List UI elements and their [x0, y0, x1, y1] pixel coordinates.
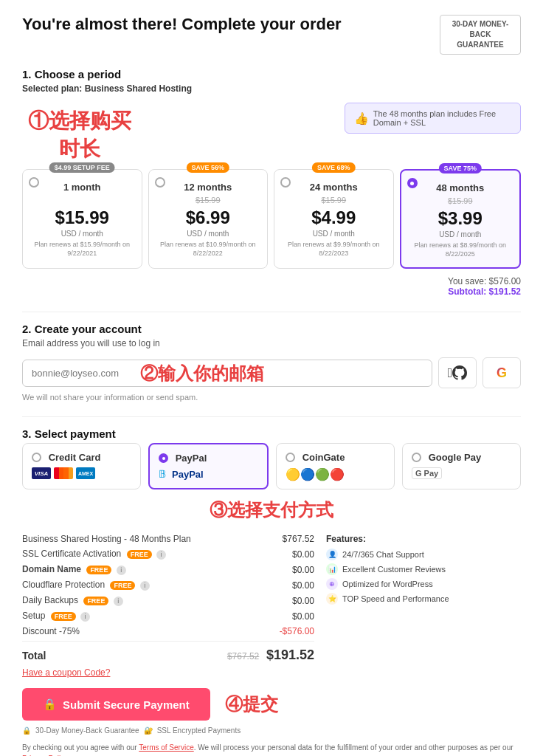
item-value-4: $0.00: [292, 596, 314, 606]
google-icon: G: [497, 365, 507, 381]
plan-price-4: $3.99: [407, 208, 514, 229]
paypal-logo: PayPal: [172, 469, 204, 480]
plan-unit-1: USD / month: [29, 230, 136, 238]
plan-original-4: $15.99: [407, 196, 514, 207]
item-value-5: $0.00: [292, 611, 314, 622]
payment-options: Credit Card VISA AMEX PayPal 𝔹 PayPal: [22, 443, 521, 489]
feature-3: ⭐ TOP Speed and Performance: [326, 593, 521, 605]
plan-original-3: $15.99: [280, 196, 387, 206]
order-row-6: Discount -75% -$576.00: [22, 626, 314, 636]
coingate-label: CoinGate: [302, 452, 345, 463]
plan-radio-3[interactable]: [280, 177, 291, 188]
plan-unit-4: USD / month: [407, 230, 514, 238]
cc-radio: [32, 453, 41, 462]
plan-radio-1[interactable]: [29, 177, 39, 188]
info-1: i: [156, 550, 166, 560]
feature-1: 📊 Excellent Customer Reviews: [326, 563, 521, 575]
plan-12-months[interactable]: SAVE 56% 12 months $15.99 $6.99 USD / mo…: [148, 169, 269, 269]
order-row-1: SSL Certificate Activation FREE i $0.00: [22, 549, 314, 560]
plan-48-months[interactable]: SAVE 75% 48 months $15.99 $3.99 USD / mo…: [400, 169, 522, 269]
order-row-4: Daily Backups FREE i $0.00: [22, 595, 314, 606]
order-row-2: Domain Name FREE i $0.00: [22, 564, 314, 575]
feature-0: 👤 24/7/365 Chat Support: [326, 549, 521, 560]
paypal-radio: [159, 453, 168, 463]
payment-credit-card[interactable]: Credit Card VISA AMEX: [22, 443, 141, 489]
free-badge-2: FREE: [86, 566, 111, 574]
github-svg-icon: [452, 365, 467, 380]
feature-2: ⊕ Optimized for WordPress: [326, 578, 521, 590]
plan-unit-3: USD / month: [280, 230, 387, 238]
cc-icons: VISA AMEX: [32, 467, 131, 479]
plan-price-1: $15.99: [29, 207, 136, 228]
github-icon: : [448, 365, 453, 381]
pay-annotation: ③选择支付方式: [22, 498, 521, 522]
page-header: You're almost there! Complete your order…: [22, 15, 521, 55]
ssl-icon: 🔐: [144, 726, 153, 735]
paypal-label: PayPal: [176, 453, 207, 464]
total-value: $191.52: [266, 647, 314, 662]
email-input[interactable]: [22, 360, 432, 387]
plans-row: $4.99 SETUP FEE 1 month $15.99 USD / mon…: [22, 169, 521, 269]
coupon-link[interactable]: Have a coupon Code?: [22, 667, 314, 678]
page-title: You're almost there! Complete your order: [22, 15, 342, 34]
plan-period-1: 1 month: [29, 182, 136, 193]
plan-period-3: 24 months: [280, 182, 387, 193]
submit-button[interactable]: 🔒 Submit Secure Payment: [22, 688, 210, 721]
payment-title: 3. Select payment: [22, 427, 521, 440]
plan-price-3: $4.99: [280, 207, 387, 228]
plan-renew-3: Plan renews at $9.99/month on 8/22/2023: [280, 241, 387, 258]
account-subtitle: Email address you will use to log in: [22, 338, 521, 348]
info-5: i: [80, 612, 90, 622]
account-title: 2. Create your account: [22, 323, 521, 335]
reviews-icon: 📊: [326, 563, 338, 575]
period-section: 1. Choose a period Selected plan: Busine…: [22, 68, 521, 297]
plan-1-month[interactable]: $4.99 SETUP FEE 1 month $15.99 USD / mon…: [22, 169, 142, 269]
paypal-icons: 𝔹 PayPal: [159, 468, 258, 480]
item-value-3: $0.00: [292, 580, 314, 591]
free-badge-5: FREE: [51, 612, 76, 621]
plan-renew-4: Plan renews at $8.99/month on 8/22/2025: [407, 241, 514, 258]
payment-paypal[interactable]: PayPal 𝔹 PayPal: [148, 443, 269, 489]
github-login-button[interactable]: : [438, 357, 477, 388]
terms-link[interactable]: Terms of Service: [139, 743, 193, 752]
order-row-5: Setup FREE i $0.00: [22, 611, 314, 622]
google-login-button[interactable]: G: [483, 357, 521, 388]
coingate-icons: 🟡🔵🟢🔴: [286, 467, 385, 481]
item-value-1: $0.00: [292, 549, 314, 560]
item-label-0: Business Shared Hosting - 48 Months Plan: [22, 534, 191, 544]
divider-2: [22, 416, 521, 417]
speed-icon: ⭐: [326, 593, 338, 605]
cc-label: Credit Card: [49, 452, 101, 463]
plan-badge-4: SAVE 75%: [439, 163, 482, 173]
plan-radio-2[interactable]: [155, 177, 165, 188]
plan-radio-4[interactable]: [407, 178, 418, 188]
payment-google-pay[interactable]: Google Pay G Pay: [402, 443, 521, 489]
submit-section: 🔒 Submit Secure Payment ④提交 🔒 30-Day Mon…: [22, 688, 521, 756]
item-value-6: -$576.00: [280, 626, 314, 636]
coingate-radio: [286, 453, 295, 462]
shield-icon: 🔒: [22, 726, 31, 735]
lock-icon: 🔒: [43, 698, 57, 711]
gpay-label: Google Pay: [429, 452, 482, 463]
guarantee-badge: 30-DAY MONEY-BACK GUARANTEE: [440, 15, 521, 55]
paypal-p-icon: 𝔹: [159, 468, 166, 480]
item-value-0: $767.52: [283, 534, 314, 544]
info-4: i: [114, 597, 123, 606]
order-summary: Business Shared Hosting - 48 Months Plan…: [22, 534, 521, 678]
payment-coingate[interactable]: CoinGate 🟡🔵🟢🔴: [276, 443, 395, 489]
plan-original-1: [29, 196, 136, 206]
free-badge-1: FREE: [127, 550, 152, 559]
total-original: $767.52: [227, 651, 259, 662]
plan-24-months[interactable]: SAVE 68% 24 months $15.99 $4.99 USD / mo…: [274, 169, 394, 269]
item-label-4: Daily Backups FREE i: [22, 595, 123, 606]
total-values: $767.52 $191.52: [227, 647, 314, 663]
order-items: Business Shared Hosting - 48 Months Plan…: [22, 534, 314, 678]
period-section-title: 1. Choose a period: [22, 68, 521, 80]
wordpress-icon: ⊕: [326, 578, 338, 590]
subtotal-row: Subtotal: $191.52: [448, 286, 521, 297]
free-badge-4: FREE: [83, 597, 108, 605]
plan-badge-1: $4.99 SETUP FEE: [49, 162, 115, 173]
plan-renew-1: Plan renews at $15.99/month on 9/22/2021: [29, 241, 136, 258]
info-3: i: [140, 581, 150, 591]
item-label-6: Discount -75%: [22, 626, 80, 636]
